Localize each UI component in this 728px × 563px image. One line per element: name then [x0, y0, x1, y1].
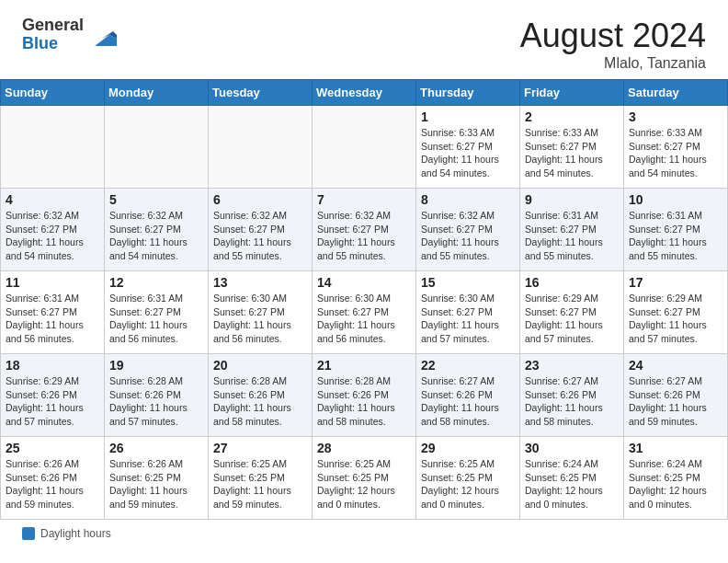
day-number: 16: [525, 275, 619, 290]
calendar-day-18: 18Sunrise: 6:29 AM Sunset: 6:26 PM Dayli…: [1, 354, 105, 437]
day-number: 26: [109, 441, 203, 455]
calendar-day-11: 11Sunrise: 6:31 AM Sunset: 6:27 PM Dayli…: [1, 271, 105, 354]
day-info: Sunrise: 6:24 AM Sunset: 6:25 PM Dayligh…: [629, 457, 722, 511]
day-info: Sunrise: 6:32 AM Sunset: 6:27 PM Dayligh…: [109, 209, 203, 263]
weekday-header-saturday: Saturday: [624, 80, 728, 106]
day-info: Sunrise: 6:26 AM Sunset: 6:26 PM Dayligh…: [6, 457, 99, 511]
day-number: 8: [421, 192, 515, 207]
day-info: Sunrise: 6:31 AM Sunset: 6:27 PM Dayligh…: [6, 292, 99, 346]
day-number: 29: [421, 441, 515, 455]
calendar-week-2: 4Sunrise: 6:32 AM Sunset: 6:27 PM Daylig…: [1, 189, 728, 271]
day-number: 31: [629, 441, 722, 455]
day-number: 6: [213, 192, 307, 207]
daylight-legend-dot: [22, 527, 35, 540]
day-info: Sunrise: 6:30 AM Sunset: 6:27 PM Dayligh…: [421, 292, 515, 346]
day-number: 28: [317, 441, 411, 455]
day-info: Sunrise: 6:25 AM Sunset: 6:25 PM Dayligh…: [317, 457, 411, 511]
calendar-day-15: 15Sunrise: 6:30 AM Sunset: 6:27 PM Dayli…: [416, 271, 520, 354]
day-number: 15: [421, 275, 515, 290]
day-number: 2: [525, 109, 619, 124]
day-number: 9: [525, 192, 619, 207]
day-number: 7: [317, 192, 411, 207]
weekday-header-friday: Friday: [520, 80, 624, 106]
day-info: Sunrise: 6:32 AM Sunset: 6:27 PM Dayligh…: [317, 209, 411, 263]
calendar-week-4: 18Sunrise: 6:29 AM Sunset: 6:26 PM Dayli…: [1, 354, 728, 437]
day-info: Sunrise: 6:28 AM Sunset: 6:26 PM Dayligh…: [213, 374, 307, 429]
calendar-day-25: 25Sunrise: 6:26 AM Sunset: 6:26 PM Dayli…: [1, 437, 105, 520]
day-info: Sunrise: 6:25 AM Sunset: 6:25 PM Dayligh…: [213, 457, 307, 511]
day-info: Sunrise: 6:26 AM Sunset: 6:25 PM Dayligh…: [109, 457, 203, 511]
day-info: Sunrise: 6:28 AM Sunset: 6:26 PM Dayligh…: [109, 374, 203, 429]
calendar-day-13: 13Sunrise: 6:30 AM Sunset: 6:27 PM Dayli…: [209, 271, 313, 354]
day-number: 14: [317, 275, 411, 290]
calendar-day-empty: [313, 106, 416, 189]
logo-blue: Blue: [22, 34, 58, 52]
calendar-day-9: 9Sunrise: 6:31 AM Sunset: 6:27 PM Daylig…: [520, 189, 624, 271]
day-info: Sunrise: 6:29 AM Sunset: 6:27 PM Dayligh…: [629, 292, 722, 346]
calendar-day-24: 24Sunrise: 6:27 AM Sunset: 6:26 PM Dayli…: [624, 354, 728, 437]
calendar-day-8: 8Sunrise: 6:32 AM Sunset: 6:27 PM Daylig…: [416, 189, 520, 271]
page-header: General Blue August 2024 Mlalo, Tanzania: [0, 0, 728, 79]
day-number: 12: [109, 275, 203, 290]
day-info: Sunrise: 6:31 AM Sunset: 6:27 PM Dayligh…: [525, 209, 619, 263]
day-info: Sunrise: 6:24 AM Sunset: 6:25 PM Dayligh…: [525, 457, 619, 511]
weekday-header-monday: Monday: [105, 80, 209, 106]
day-info: Sunrise: 6:33 AM Sunset: 6:27 PM Dayligh…: [525, 126, 619, 180]
daylight-legend-label: Daylight hours: [40, 527, 111, 540]
day-info: Sunrise: 6:32 AM Sunset: 6:27 PM Dayligh…: [213, 209, 307, 263]
day-number: 10: [629, 192, 722, 207]
calendar-day-31: 31Sunrise: 6:24 AM Sunset: 6:25 PM Dayli…: [624, 437, 728, 520]
calendar-day-26: 26Sunrise: 6:26 AM Sunset: 6:25 PM Dayli…: [105, 437, 209, 520]
day-number: 17: [629, 275, 722, 290]
calendar-header: SundayMondayTuesdayWednesdayThursdayFrid…: [1, 80, 728, 106]
calendar-day-27: 27Sunrise: 6:25 AM Sunset: 6:25 PM Dayli…: [209, 437, 313, 520]
day-number: 27: [213, 441, 307, 455]
calendar-day-22: 22Sunrise: 6:27 AM Sunset: 6:26 PM Dayli…: [416, 354, 520, 437]
day-number: 4: [6, 192, 99, 207]
day-number: 18: [6, 358, 99, 373]
calendar-day-3: 3Sunrise: 6:33 AM Sunset: 6:27 PM Daylig…: [624, 106, 728, 189]
calendar-day-16: 16Sunrise: 6:29 AM Sunset: 6:27 PM Dayli…: [520, 271, 624, 354]
weekday-header-thursday: Thursday: [416, 80, 520, 106]
calendar-day-2: 2Sunrise: 6:33 AM Sunset: 6:27 PM Daylig…: [520, 106, 624, 189]
calendar-day-empty: [209, 106, 313, 189]
calendar-table: SundayMondayTuesdayWednesdayThursdayFrid…: [0, 79, 728, 520]
calendar-day-17: 17Sunrise: 6:29 AM Sunset: 6:27 PM Dayli…: [624, 271, 728, 354]
calendar-day-4: 4Sunrise: 6:32 AM Sunset: 6:27 PM Daylig…: [1, 189, 105, 271]
day-number: 13: [213, 275, 307, 290]
calendar-day-21: 21Sunrise: 6:28 AM Sunset: 6:26 PM Dayli…: [313, 354, 416, 437]
day-number: 1: [421, 109, 515, 124]
calendar-day-14: 14Sunrise: 6:30 AM Sunset: 6:27 PM Dayli…: [313, 271, 416, 354]
calendar-day-10: 10Sunrise: 6:31 AM Sunset: 6:27 PM Dayli…: [624, 189, 728, 271]
day-info: Sunrise: 6:33 AM Sunset: 6:27 PM Dayligh…: [421, 126, 515, 180]
day-info: Sunrise: 6:29 AM Sunset: 6:27 PM Dayligh…: [525, 292, 619, 346]
calendar-week-1: 1Sunrise: 6:33 AM Sunset: 6:27 PM Daylig…: [1, 106, 728, 189]
calendar-day-7: 7Sunrise: 6:32 AM Sunset: 6:27 PM Daylig…: [313, 189, 416, 271]
calendar-day-1: 1Sunrise: 6:33 AM Sunset: 6:27 PM Daylig…: [416, 106, 520, 189]
weekday-header-sunday: Sunday: [1, 80, 105, 106]
calendar-week-5: 25Sunrise: 6:26 AM Sunset: 6:26 PM Dayli…: [1, 437, 728, 520]
calendar-day-23: 23Sunrise: 6:27 AM Sunset: 6:26 PM Dayli…: [520, 354, 624, 437]
title-block: August 2024 Mlalo, Tanzania: [520, 17, 706, 72]
day-number: 24: [629, 358, 722, 373]
day-number: 23: [525, 358, 619, 373]
day-number: 19: [109, 358, 203, 373]
calendar-day-6: 6Sunrise: 6:32 AM Sunset: 6:27 PM Daylig…: [209, 189, 313, 271]
day-info: Sunrise: 6:25 AM Sunset: 6:25 PM Dayligh…: [421, 457, 515, 511]
calendar-day-empty: [105, 106, 209, 189]
location-subtitle: Mlalo, Tanzania: [520, 55, 706, 72]
month-year-title: August 2024: [520, 17, 706, 55]
calendar-day-19: 19Sunrise: 6:28 AM Sunset: 6:26 PM Dayli…: [105, 354, 209, 437]
logo-icon: [87, 20, 117, 50]
day-info: Sunrise: 6:30 AM Sunset: 6:27 PM Dayligh…: [317, 292, 411, 346]
day-number: 20: [213, 358, 307, 373]
day-number: 30: [525, 441, 619, 455]
day-info: Sunrise: 6:31 AM Sunset: 6:27 PM Dayligh…: [629, 209, 722, 263]
calendar-day-29: 29Sunrise: 6:25 AM Sunset: 6:25 PM Dayli…: [416, 437, 520, 520]
day-info: Sunrise: 6:33 AM Sunset: 6:27 PM Dayligh…: [629, 126, 722, 180]
day-number: 25: [6, 441, 99, 455]
calendar-day-28: 28Sunrise: 6:25 AM Sunset: 6:25 PM Dayli…: [313, 437, 416, 520]
day-number: 21: [317, 358, 411, 373]
day-info: Sunrise: 6:32 AM Sunset: 6:27 PM Dayligh…: [421, 209, 515, 263]
calendar-week-3: 11Sunrise: 6:31 AM Sunset: 6:27 PM Dayli…: [1, 271, 728, 354]
